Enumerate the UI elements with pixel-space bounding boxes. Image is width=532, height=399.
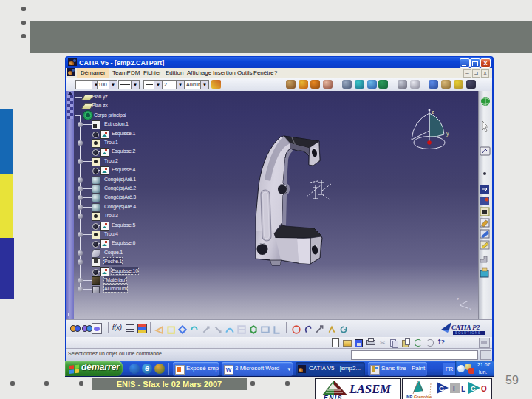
svg-text:CATIA P2: CATIA P2 — [451, 324, 480, 331]
svg-text:z: z — [432, 109, 434, 115]
svg-text:x: x — [469, 307, 471, 311]
svg-text:SOLUTIONS: SOLUTIONS — [455, 331, 481, 335]
svg-text:ENIS: ENIS — [324, 394, 343, 399]
svg-text:O: O — [481, 385, 487, 393]
svg-text:G: G — [439, 385, 444, 392]
svg-text:INP: INP — [406, 395, 413, 399]
svg-text:z: z — [457, 296, 459, 301]
svg-text:C: C — [471, 385, 476, 392]
svg-text:I: I — [453, 385, 455, 392]
svg-text:y: y — [446, 131, 449, 137]
svg-text:L: L — [461, 385, 466, 393]
svg-text:Grenoble: Grenoble — [414, 395, 432, 399]
